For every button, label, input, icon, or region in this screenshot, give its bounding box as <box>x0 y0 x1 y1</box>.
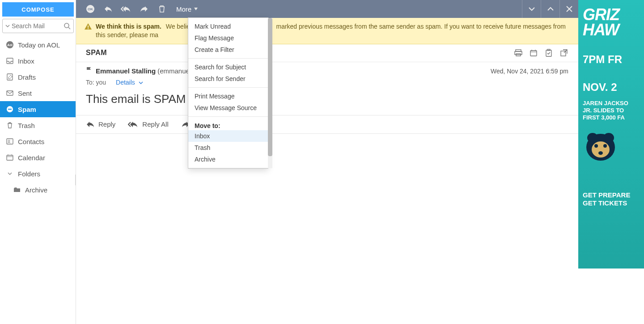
svg-rect-17 <box>88 26 89 28</box>
trash-icon <box>5 122 14 129</box>
svg-rect-6 <box>7 91 13 95</box>
popout-icon[interactable] <box>559 48 568 57</box>
folder-row: SPAM <box>76 44 578 62</box>
flag-icon[interactable] <box>86 67 92 75</box>
to-label: To: <box>86 79 94 86</box>
more-button[interactable]: More <box>171 0 203 18</box>
nav-inbox-label: Inbox <box>18 57 34 65</box>
ad-subtext: JAREN JACKSO JR. SLIDES TO FIRST 3,000 F… <box>583 100 640 122</box>
more-label: More <box>176 5 191 13</box>
nav-trash[interactable]: Trash <box>0 117 76 133</box>
aol-icon: Aol <box>5 41 14 48</box>
menu-view-source[interactable]: View Message Source <box>188 102 268 114</box>
nav-spam[interactable]: Spam <box>0 101 76 117</box>
from-name: Emmanuel Stalling <box>96 67 156 75</box>
reply-all-action[interactable]: Reply All <box>128 120 168 128</box>
nav-contacts[interactable]: Contacts <box>0 133 76 149</box>
nav-contacts-label: Contacts <box>18 138 44 145</box>
reply-button[interactable] <box>99 0 117 18</box>
svg-point-31 <box>603 133 614 143</box>
search-icon[interactable] <box>64 22 71 30</box>
reply-all-button[interactable] <box>117 0 135 18</box>
nav-today[interactable]: Aol Today on AOL <box>0 37 76 53</box>
svg-rect-4 <box>7 58 13 64</box>
svg-point-33 <box>594 144 598 148</box>
warning-icon <box>84 23 92 31</box>
nav-drafts[interactable]: Drafts <box>0 69 76 85</box>
svg-point-32 <box>592 141 610 158</box>
chevron-down-icon <box>139 81 143 85</box>
more-menu: Mark Unread Flag Message Create a Filter… <box>188 17 268 169</box>
drafts-icon <box>5 73 14 81</box>
message-nav <box>522 0 578 18</box>
calendar-add-icon[interactable] <box>529 48 538 57</box>
menu-move-header: Move to: <box>188 119 268 130</box>
forward-button[interactable] <box>135 0 153 18</box>
menu-scrollbar-thumb[interactable] <box>268 18 272 156</box>
ad-headline-2: HAW <box>583 22 640 38</box>
delete-button[interactable] <box>153 0 171 18</box>
menu-search-subject[interactable]: Search for Subject <box>188 61 268 73</box>
svg-rect-11 <box>7 155 13 160</box>
inbox-icon <box>5 58 14 64</box>
menu-create-filter[interactable]: Create a Filter <box>188 44 268 55</box>
svg-point-10 <box>8 140 10 142</box>
spam-icon <box>5 106 14 113</box>
nav-trash-label: Trash <box>18 122 35 129</box>
ok-button[interactable]: OK <box>81 0 99 18</box>
svg-point-34 <box>603 144 607 148</box>
search-input[interactable] <box>12 22 62 30</box>
nav-sent[interactable]: Sent <box>0 85 76 101</box>
message-date: Wed, Nov 24, 2021 6:59 pm <box>491 68 568 75</box>
menu-print[interactable]: Print Message <box>188 90 268 102</box>
nav-calendar-label: Calendar <box>18 154 45 162</box>
grizzlies-logo-icon <box>583 132 640 164</box>
menu-move-trash[interactable]: Trash <box>188 142 268 153</box>
task-icon[interactable] <box>544 48 553 57</box>
svg-text:OK: OK <box>88 7 93 11</box>
sent-icon <box>5 90 14 96</box>
svg-line-1 <box>68 27 70 29</box>
svg-rect-8 <box>8 109 12 110</box>
print-icon[interactable] <box>514 48 523 57</box>
ad-banner[interactable]: GRIZ HAW 7PM FR NOV. 2 JAREN JACKSO JR. … <box>578 0 644 269</box>
reply-icon <box>86 121 95 128</box>
caret-down-icon <box>194 8 198 10</box>
menu-flag-message[interactable]: Flag Message <box>188 32 268 44</box>
message-toolbar: OK More <box>76 0 578 18</box>
svg-rect-22 <box>530 51 537 56</box>
nav-calendar[interactable]: Calendar <box>0 149 76 166</box>
svg-point-35 <box>598 151 603 155</box>
menu-move-archive[interactable]: Archive <box>188 153 268 165</box>
sidebar: COMPOSE Aol Today on AOL Inbox Drafts Se… <box>0 0 76 324</box>
menu-mark-unread[interactable]: Mark Unread <box>188 21 268 32</box>
nav-drafts-label: Drafts <box>18 73 36 81</box>
ad-date: NOV. 2 <box>583 81 640 93</box>
nav-today-label: Today on AOL <box>18 41 60 49</box>
close-message-button[interactable] <box>559 0 578 18</box>
nav-archive[interactable]: Archive <box>0 182 76 198</box>
ad-time: 7PM FR <box>583 54 640 65</box>
compose-button[interactable]: COMPOSE <box>2 2 74 17</box>
reply-all-icon <box>128 121 139 128</box>
menu-search-sender[interactable]: Search for Sender <box>188 73 268 85</box>
spam-banner: We think this is spam. We believe marked… <box>76 18 578 44</box>
svg-text:Aol: Aol <box>7 43 12 47</box>
svg-point-30 <box>587 133 598 143</box>
details-toggle[interactable]: Details <box>116 79 143 86</box>
nav-inbox[interactable]: Inbox <box>0 53 76 69</box>
nav-folders[interactable]: Folders <box>0 166 76 182</box>
reply-action[interactable]: Reply <box>86 120 115 128</box>
message-header: Emmanuel Stalling (emmanuelkstal Wed, No… <box>76 62 578 109</box>
chevron-down-icon <box>5 171 14 176</box>
message-content: We think this is spam. We believe marked… <box>76 18 578 324</box>
message-subject: This email is SPAM <box>86 92 568 106</box>
calendar-icon <box>5 154 14 161</box>
reply-bar: Reply Reply All <box>76 115 578 134</box>
next-message-button[interactable] <box>522 0 541 18</box>
svg-point-0 <box>64 23 69 28</box>
menu-move-inbox[interactable]: Inbox <box>188 130 268 142</box>
search-mail[interactable] <box>2 19 74 33</box>
nav-folders-label: Folders <box>18 170 40 178</box>
prev-message-button[interactable] <box>541 0 559 18</box>
